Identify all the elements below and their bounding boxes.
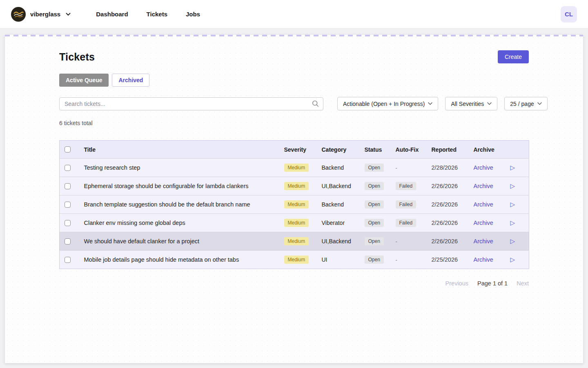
autofix-cell: - bbox=[391, 232, 427, 251]
ticket-row[interactable]: We should have default clanker for a pro… bbox=[60, 232, 529, 251]
nav-link-jobs[interactable]: Jobs bbox=[186, 11, 200, 18]
tickets-total-count: 6 tickets total bbox=[59, 120, 529, 126]
select-all-checkbox[interactable] bbox=[65, 146, 71, 153]
archive-cell: Archive bbox=[469, 195, 506, 214]
ticket-row[interactable]: Clanker env missing some global deps Med… bbox=[60, 214, 529, 232]
top-navbar: viberglass Dashboard Tickets Jobs CL bbox=[0, 0, 588, 29]
status-badge: Open bbox=[365, 164, 384, 172]
archive-link[interactable]: Archive bbox=[474, 201, 493, 208]
run-ticket-icon[interactable]: ▷ bbox=[510, 238, 515, 245]
chevron-down-icon bbox=[428, 102, 432, 105]
autofix-badge: Failed bbox=[396, 200, 416, 209]
run-ticket-icon[interactable]: ▷ bbox=[510, 256, 515, 263]
run-ticket-icon[interactable]: ▷ bbox=[510, 182, 515, 189]
row-select-cell bbox=[60, 232, 79, 251]
status-cell: Open bbox=[360, 177, 391, 195]
page-title: Tickets bbox=[59, 51, 95, 63]
ticket-title: Ephemeral storage should be configurable… bbox=[79, 177, 279, 195]
status-cell: Open bbox=[360, 232, 391, 251]
ticket-category: Backend bbox=[317, 195, 360, 214]
next-page-button[interactable]: Next bbox=[517, 280, 529, 287]
page-size-label: 25 / page bbox=[510, 101, 534, 107]
ticket-category: UI bbox=[317, 251, 360, 269]
header-status: Status bbox=[360, 141, 391, 159]
reported-date: 2/26/2026 bbox=[427, 214, 469, 232]
user-avatar[interactable]: CL bbox=[561, 6, 577, 22]
archive-link[interactable]: Archive bbox=[474, 256, 493, 263]
status-badge: Open bbox=[365, 200, 384, 209]
severity-badge: Medium bbox=[284, 200, 309, 209]
row-select-cell bbox=[60, 251, 79, 269]
select-all-cell bbox=[60, 141, 79, 159]
ticket-title: We should have default clanker for a pro… bbox=[79, 232, 279, 251]
status-filter-dropdown[interactable]: Actionable (Open + In Progress) bbox=[337, 97, 438, 110]
chevron-down-icon bbox=[66, 13, 71, 16]
severity-badge: Medium bbox=[284, 237, 309, 245]
search-input[interactable] bbox=[59, 97, 323, 110]
row-checkbox[interactable] bbox=[65, 165, 71, 171]
ticket-row[interactable]: Branch template suggestion should be the… bbox=[60, 195, 529, 214]
search-wrap bbox=[59, 97, 323, 110]
run-ticket-icon[interactable]: ▷ bbox=[510, 219, 515, 226]
status-cell: Open bbox=[360, 159, 391, 177]
previous-page-button[interactable]: Previous bbox=[445, 280, 468, 287]
status-badge: Open bbox=[365, 256, 384, 264]
action-cell: ▷ bbox=[506, 195, 529, 214]
run-ticket-icon[interactable]: ▷ bbox=[510, 164, 515, 171]
severity-cell: Medium bbox=[279, 214, 317, 232]
severity-badge: Medium bbox=[284, 164, 309, 172]
severity-badge: Medium bbox=[284, 182, 309, 190]
reported-date: 2/28/2026 bbox=[427, 159, 469, 177]
archive-link[interactable]: Archive bbox=[474, 183, 493, 189]
severity-badge: Medium bbox=[284, 219, 309, 227]
primary-nav: Dashboard Tickets Jobs bbox=[96, 11, 200, 18]
tab-archived[interactable]: Archived bbox=[112, 74, 149, 87]
reported-date: 2/26/2026 bbox=[427, 232, 469, 251]
page-status: Page 1 of 1 bbox=[477, 280, 508, 287]
archive-link[interactable]: Archive bbox=[474, 220, 493, 226]
run-ticket-icon[interactable]: ▷ bbox=[510, 201, 515, 208]
header-autofix: Auto-Fix bbox=[391, 141, 427, 159]
filter-bar: Actionable (Open + In Progress) All Seve… bbox=[59, 97, 529, 110]
ticket-row[interactable]: Mobile job details page should hide meta… bbox=[60, 251, 529, 269]
row-select-cell bbox=[60, 159, 79, 177]
reported-date: 2/26/2026 bbox=[427, 195, 469, 214]
archive-cell: Archive bbox=[469, 251, 506, 269]
row-checkbox[interactable] bbox=[65, 183, 71, 189]
autofix-cell: Failed bbox=[391, 177, 427, 195]
row-checkbox[interactable] bbox=[65, 220, 71, 226]
ticket-row[interactable]: Ephemeral storage should be configurable… bbox=[60, 177, 529, 195]
nav-link-tickets[interactable]: Tickets bbox=[147, 11, 167, 18]
status-cell: Open bbox=[360, 195, 391, 214]
ticket-row[interactable]: Testing research step Medium Backend Ope… bbox=[60, 159, 529, 177]
row-checkbox[interactable] bbox=[65, 202, 71, 208]
row-checkbox[interactable] bbox=[65, 257, 71, 263]
ticket-title: Branch template suggestion should be the… bbox=[79, 195, 279, 214]
nav-link-dashboard[interactable]: Dashboard bbox=[96, 11, 128, 18]
brand-menu[interactable]: viberglass bbox=[11, 7, 71, 22]
severity-badge: Medium bbox=[284, 256, 309, 264]
archive-cell: Archive bbox=[469, 159, 506, 177]
severity-filter-label: All Severities bbox=[451, 101, 484, 107]
ticket-title: Mobile job details page should hide meta… bbox=[79, 251, 279, 269]
archive-link[interactable]: Archive bbox=[474, 164, 493, 171]
autofix-badge: - bbox=[396, 238, 397, 245]
tab-active-queue[interactable]: Active Queue bbox=[59, 74, 109, 87]
archive-link[interactable]: Archive bbox=[474, 238, 493, 245]
ticket-category: Viberator bbox=[317, 214, 360, 232]
ticket-title: Testing research step bbox=[79, 159, 279, 177]
page-size-dropdown[interactable]: 25 / page bbox=[504, 97, 547, 110]
action-cell: ▷ bbox=[506, 232, 529, 251]
header-actions bbox=[506, 141, 529, 159]
row-select-cell bbox=[60, 214, 79, 232]
ticket-category: UI,Backend bbox=[317, 232, 360, 251]
autofix-cell: Failed bbox=[391, 195, 427, 214]
severity-filter-dropdown[interactable]: All Severities bbox=[445, 97, 497, 110]
status-badge: Open bbox=[365, 182, 384, 190]
status-cell: Open bbox=[360, 251, 391, 269]
create-button[interactable]: Create bbox=[498, 50, 529, 63]
archive-cell: Archive bbox=[469, 232, 506, 251]
row-checkbox[interactable] bbox=[65, 238, 71, 245]
tickets-table: Title Severity Category Status Auto-Fix … bbox=[59, 140, 529, 269]
header-severity: Severity bbox=[279, 141, 317, 159]
